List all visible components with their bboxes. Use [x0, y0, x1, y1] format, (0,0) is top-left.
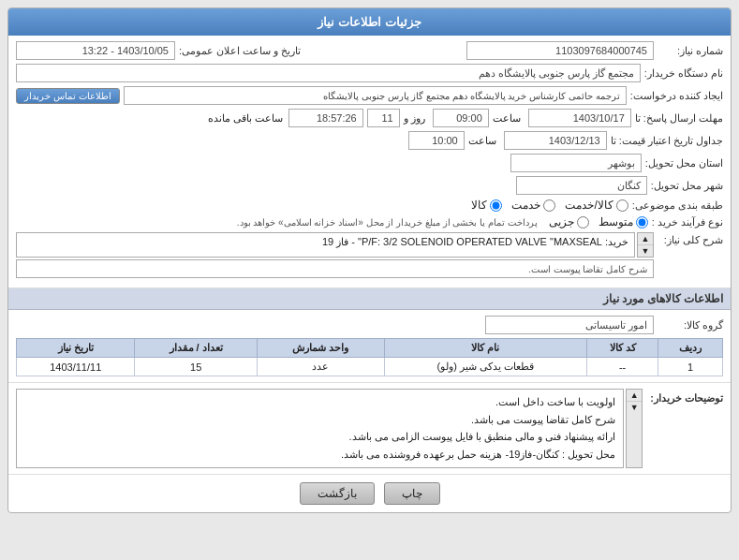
btn-bazgasht[interactable]: بازگشت — [300, 482, 375, 505]
radio-jazee-item[interactable]: جزیی — [549, 215, 589, 228]
radio-kala-khadamat-item[interactable]: کالا/خدمت — [565, 199, 628, 212]
shomare-niaz-label: شماره نیاز: — [658, 45, 723, 57]
note-line-3: ارائه پیشنهاد فنی و مالی منطبق با فایل پ… — [24, 428, 615, 446]
col-vahed: واحد شمارش — [257, 339, 384, 358]
notes-scroll-down[interactable]: ▼ — [627, 402, 642, 413]
sharh-value: خرید: P/F: 3/2 SOLENOID OPERATED VALVE "… — [16, 232, 635, 258]
note-line-2: شرح کامل تقاضا پیوست می باشد. — [24, 411, 615, 429]
radio-kala-input[interactable] — [490, 199, 502, 212]
col-kod: کد کالا — [586, 339, 658, 358]
mohlat-ersal-rooz: 11 — [367, 109, 400, 127]
jadaval-date: 1403/12/13 — [504, 131, 607, 150]
cell-vahed: عدد — [257, 358, 384, 376]
footer-buttons: چاپ بازگشت — [8, 475, 731, 512]
radio-motavaset-item[interactable]: متوسط — [599, 215, 648, 228]
group-label: گروه کالا: — [658, 319, 723, 332]
jadaval-saat-label: ساعت — [468, 135, 496, 147]
scroll-up-arrow[interactable]: ▲ — [638, 233, 653, 245]
cell-kod: -- — [586, 358, 658, 376]
sharh-label: شرح کلی نیاز: — [658, 232, 723, 246]
shahr-label: شهر محل تحویل: — [651, 180, 723, 192]
farayand-note: پرداخت تمام یا بخشی از مبلغ خریدار از مح… — [237, 217, 538, 228]
mohlat-ersal-label: مهلت ارسال پاسخ: تا — [635, 112, 723, 125]
nam-dastgah-value: مجتمع گاز پارس جنوبی پالایشگاه دهم — [16, 64, 641, 82]
radio-khadamat-label: خدمت — [511, 199, 540, 212]
jadaval-label: جداول تاریخ اعتبار قیمت: تا — [611, 135, 723, 147]
notes-scroll-up[interactable]: ▲ — [627, 390, 642, 402]
tarikh-label: تاریخ و ساعت اعلان عمومی: — [179, 45, 301, 57]
nam-dastgah-label: نام دستگاه خریدار: — [644, 67, 723, 80]
radio-motavaset-input[interactable] — [636, 216, 648, 228]
radio-kala-khadamat-input[interactable] — [616, 199, 628, 212]
sharh-note: شرح کامل تقاضا پیوست است. — [16, 259, 654, 278]
panel-header: جزئیات اطلاعات نیاز — [8, 8, 731, 36]
ijad-konande-value: ترجمه حائمی کارشناس خرید پالایشگاه دهم م… — [124, 86, 627, 105]
mohlat-ersal-date: 1403/10/17 — [528, 109, 631, 127]
note-line-1: اولویت با ساخت داخل است. — [24, 393, 615, 411]
radio-khadamat-input[interactable] — [543, 199, 555, 212]
ostan-label: استان محل تحویل: — [645, 157, 723, 169]
notes-scroll-arrows[interactable]: ▲ ▼ — [626, 389, 643, 468]
table-row: 1 -- قطعات یدکی شیر (ولو) عدد 15 1403/11… — [17, 358, 723, 376]
scroll-down-arrow[interactable]: ▼ — [638, 245, 653, 257]
radio-khadamat-item[interactable]: خدمت — [511, 199, 555, 212]
farayand-radio-group: جزیی متوسط — [549, 215, 648, 228]
notes-label: توضیحات خریدار: — [650, 389, 723, 405]
cell-radif: 1 — [658, 358, 723, 376]
saat-label: ساعت — [493, 112, 521, 125]
sharh-scroll-arrows[interactable]: ▲ ▼ — [637, 232, 654, 258]
tarikh-value: 1403/10/05 - 13:22 — [16, 41, 175, 60]
notes-box: اولویت با ساخت داخل است. شرح کامل تقاضا … — [16, 389, 624, 468]
mohlat-ersal-mande: 18:57:26 — [288, 109, 363, 127]
info-section-title: اطلاعات کالاهای مورد نیاز — [8, 288, 731, 310]
btn-chap[interactable]: چاپ — [384, 482, 440, 505]
rooz-label: روز و — [404, 112, 425, 125]
radio-jazee-label: جزیی — [549, 215, 574, 228]
items-table: ردیف کد کالا نام کالا واحد شمارش تعداد /… — [16, 338, 723, 376]
cell-naam: قطعات یدکی شیر (ولو) — [384, 358, 586, 376]
jadaval-saat: 10:00 — [408, 131, 465, 150]
group-value: امور تاسیساتی — [485, 316, 654, 334]
cell-tedad: 15 — [135, 358, 257, 376]
ijad-konande-label: ایجاد کننده درخواست: — [630, 90, 723, 102]
note-line-4: محل تحویل : کنگان-فاز19- هزینه حمل برعهد… — [24, 446, 615, 464]
ostan-value: بوشهر — [510, 154, 642, 172]
tabaghe-radio-group: کالا خدمت کالا/خدمت — [471, 199, 628, 212]
tabaghe-label: طبقه بندی موضوعی: — [632, 199, 723, 212]
mohlat-ersal-saat: 09:00 — [433, 109, 489, 127]
col-tedad: تعداد / مقدار — [135, 339, 257, 358]
col-naam: نام کالا — [384, 339, 586, 358]
shomare-niaz-value: 1103097684000745 — [466, 41, 654, 60]
radio-jazee-input[interactable] — [577, 216, 589, 228]
header-title: جزئیات اطلاعات نیاز — [318, 15, 421, 29]
radio-kala-label: کالا — [471, 199, 487, 212]
baqi-mande-label: ساعت باقی مانده — [208, 112, 283, 125]
radio-kala-item[interactable]: کالا — [471, 199, 502, 212]
radio-kala-khadamat-label: کالا/خدمت — [565, 199, 613, 212]
radio-motavaset-label: متوسط — [599, 215, 633, 228]
etelaat-tamas-button[interactable]: اطلاعات تماس خریدار — [16, 88, 120, 104]
cell-tarikh: 1403/11/11 — [17, 358, 135, 376]
noe-farayand-label: نوع فرآیند خرید : — [652, 216, 723, 228]
col-radif: ردیف — [658, 339, 723, 358]
shahr-value: کنگان — [516, 176, 647, 195]
col-tarikh: تاریخ نیاز — [17, 339, 135, 358]
